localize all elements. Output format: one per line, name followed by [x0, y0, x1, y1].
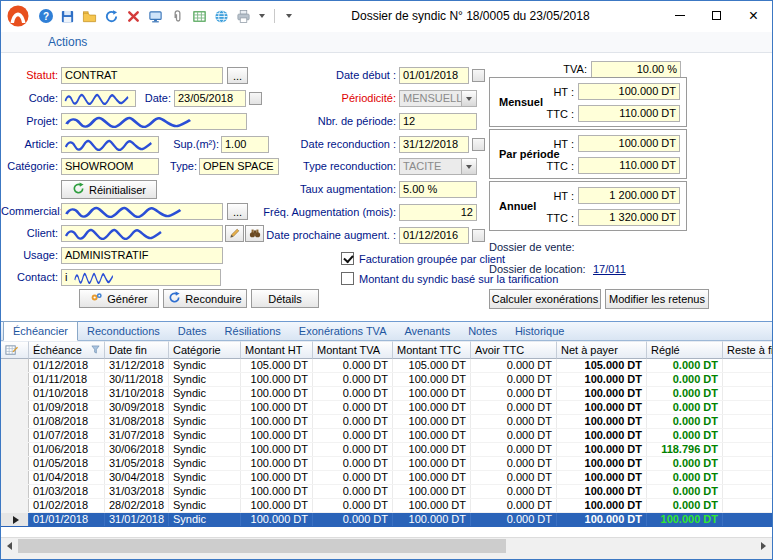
column-header-reste-fi[interactable]: Reste à fi — [723, 341, 773, 359]
usage-field[interactable]: ADMINISTRATIF — [61, 247, 223, 264]
tab-exon-rations-tva[interactable]: Exonérations TVA — [290, 322, 396, 340]
date-debut-picker-toggle[interactable] — [472, 69, 485, 82]
client-edit-button[interactable] — [225, 225, 244, 242]
row-selector[interactable] — [1, 415, 29, 428]
row-selector[interactable] — [1, 373, 29, 386]
grid-row-01-08-2018[interactable]: 01/08/201831/08/2018Syndic100.000 DT0.00… — [1, 415, 773, 429]
row-selector[interactable] — [1, 471, 29, 484]
maximize-button[interactable] — [698, 1, 735, 30]
mensuel-ttc-field[interactable]: 110.000 DT — [578, 105, 680, 122]
projet-field[interactable] — [61, 113, 247, 130]
scroll-right-button[interactable] — [755, 538, 772, 554]
tab-historique[interactable]: Historique — [506, 322, 574, 340]
delete-icon[interactable] — [125, 8, 142, 25]
type-reconduction-dropdown[interactable]: TACITE — [399, 158, 477, 175]
monitor-icon[interactable] — [147, 8, 164, 25]
column-header--ch-ance[interactable]: Échéance — [29, 341, 105, 359]
column-header-date-fin[interactable]: Date fin — [105, 341, 169, 359]
column-header-r-gl-[interactable]: Réglé — [647, 341, 723, 359]
tab-reconductions[interactable]: Reconductions — [78, 322, 169, 340]
column-header-cat-gorie[interactable]: Catégorie — [169, 341, 241, 359]
dossier-location-link[interactable]: 17/011 — [593, 263, 626, 276]
tva-field[interactable]: 10.00 % — [591, 61, 681, 78]
refresh-icon[interactable] — [103, 8, 120, 25]
commercial-browse-button[interactable]: ... — [227, 203, 248, 220]
filter-funnel-icon[interactable] — [91, 344, 100, 356]
facturation-groupee-checkbox[interactable] — [341, 252, 354, 265]
row-selector[interactable] — [1, 457, 29, 470]
code-field[interactable] — [61, 90, 136, 107]
date-debut-field[interactable]: 01/01/2018 — [399, 67, 469, 84]
attachment-icon[interactable] — [169, 8, 186, 25]
date-prochaine-field[interactable]: 01/12/2016 — [399, 227, 469, 244]
row-selector[interactable] — [1, 499, 29, 512]
reinitialiser-button[interactable]: Réinitialiser — [61, 180, 157, 199]
grid-row-01-04-2018[interactable]: 01/04/201830/04/2018Syndic100.000 DT0.00… — [1, 471, 773, 485]
column-header-avoir-ttc[interactable]: Avoir TTC — [471, 341, 557, 359]
row-selector[interactable] — [1, 443, 29, 456]
grid-row-01-01-2018[interactable]: 01/01/201831/01/2018Syndic100.000 DT0.00… — [1, 513, 773, 527]
table-icon[interactable] — [191, 8, 208, 25]
column-header-montant-tva[interactable]: Montant TVA — [313, 341, 393, 359]
generer-button[interactable]: Générer — [79, 289, 159, 308]
grid-row-01-11-2018[interactable]: 01/11/201830/11/2018Syndic100.000 DT0.00… — [1, 373, 773, 387]
chevron-down-icon[interactable] — [461, 91, 476, 106]
date-field[interactable]: 23/05/2018 — [174, 90, 246, 107]
horizontal-scrollbar[interactable] — [1, 537, 772, 554]
print-icon[interactable] — [235, 8, 252, 25]
print-dropdown-icon[interactable] — [257, 8, 266, 25]
help-icon[interactable]: ? — [37, 8, 54, 25]
annuel-ht-field[interactable]: 1 200.000 DT — [578, 187, 680, 204]
client-field[interactable] — [61, 225, 223, 242]
grid-row-01-07-2018[interactable]: 01/07/201831/07/2018Syndic100.000 DT0.00… — [1, 429, 773, 443]
row-selector[interactable] — [1, 359, 29, 372]
statut-field[interactable]: CONTRAT — [61, 67, 223, 84]
open-folder-icon[interactable] — [81, 8, 98, 25]
calculer-exonerations-button[interactable]: Calculer exonérations — [489, 289, 601, 309]
scrollbar-thumb[interactable] — [18, 539, 506, 553]
statut-browse-button[interactable]: ... — [227, 67, 248, 84]
row-selector[interactable] — [1, 429, 29, 442]
details-button[interactable]: Détails — [251, 289, 319, 308]
column-header-net-payer[interactable]: Net à payer — [557, 341, 647, 359]
tab-dates[interactable]: Dates — [169, 322, 216, 340]
tab-notes[interactable]: Notes — [459, 322, 506, 340]
chevron-down-icon[interactable] — [461, 159, 476, 174]
close-button[interactable]: × — [735, 1, 772, 30]
date-reconduction-field[interactable]: 31/12/2018 — [399, 136, 469, 153]
column-header-montant-ht[interactable]: Montant HT — [241, 341, 313, 359]
modifier-retenus-button[interactable]: Modifier les retenus — [605, 289, 709, 309]
montant-syndic-checkbox[interactable] — [341, 272, 354, 285]
taux-augmentation-field[interactable]: 5.00 % — [399, 181, 477, 198]
minimize-button[interactable] — [661, 1, 698, 30]
reconduire-button[interactable]: Reconduire — [163, 289, 247, 308]
grid-settings-button[interactable] — [1, 341, 29, 359]
menu-actions[interactable]: Actions — [48, 35, 87, 49]
column-header-montant-ttc[interactable]: Montant TTC — [393, 341, 471, 359]
nbr-periode-field[interactable]: 12 — [399, 113, 477, 130]
grid-row-01-12-2018[interactable]: 01/12/201831/12/2018Syndic105.000 DT0.00… — [1, 359, 773, 373]
scroll-left-button[interactable] — [1, 538, 18, 554]
grid-row-01-03-2018[interactable]: 01/03/201831/03/2018Syndic100.000 DT0.00… — [1, 485, 773, 499]
annuel-ttc-field[interactable]: 1 320.000 DT — [578, 209, 680, 226]
grid-row-01-06-2018[interactable]: 01/06/201830/06/2018Syndic100.000 DT0.00… — [1, 443, 773, 457]
grid-row-01-10-2018[interactable]: 01/10/201831/10/2018Syndic100.000 DT0.00… — [1, 387, 773, 401]
row-selector[interactable] — [1, 387, 29, 400]
date-reconduction-picker-toggle[interactable] — [472, 138, 485, 151]
grid-row-01-05-2018[interactable]: 01/05/201831/05/2018Syndic100.000 DT0.00… — [1, 457, 773, 471]
row-selector[interactable] — [1, 401, 29, 414]
par-periode-ttc-field[interactable]: 110.000 DT — [578, 157, 680, 174]
save-icon[interactable] — [59, 8, 76, 25]
row-selector[interactable] — [1, 513, 29, 526]
tab-avenants[interactable]: Avenants — [395, 322, 459, 340]
contact-field[interactable]: i — [61, 269, 221, 286]
freq-augmentation-field[interactable]: 12 — [399, 204, 477, 221]
row-selector[interactable] — [1, 485, 29, 498]
web-icon[interactable] — [213, 8, 230, 25]
commercial-field[interactable] — [61, 203, 223, 220]
tab-r-siliations[interactable]: Résiliations — [216, 322, 290, 340]
mensuel-ht-field[interactable]: 100.000 DT — [578, 83, 680, 100]
par-periode-ht-field[interactable]: 100.000 DT — [578, 135, 680, 152]
article-field[interactable] — [61, 136, 159, 153]
tab--ch-ancier[interactable]: Échéancier — [3, 321, 78, 341]
